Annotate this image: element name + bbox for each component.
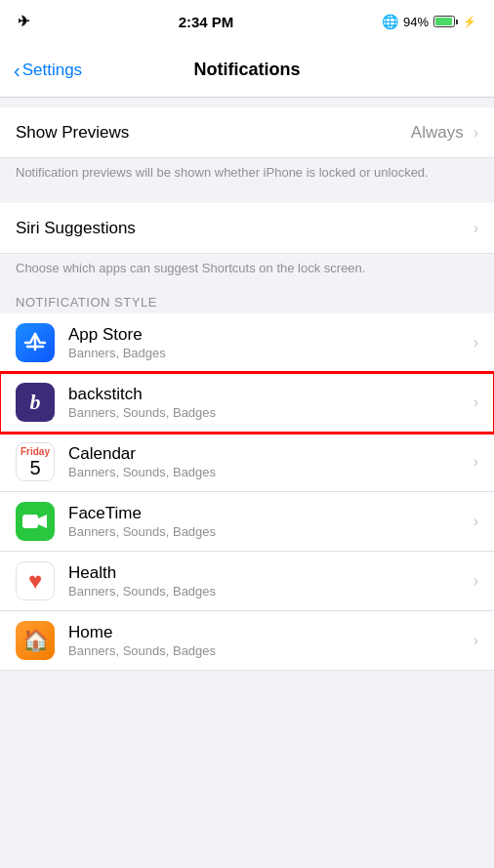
app-list-item[interactable]: App StoreBanners, Badges› xyxy=(0,313,494,373)
app-subtitle: Banners, Sounds, Badges xyxy=(68,465,470,479)
app-subtitle: Banners, Sounds, Badges xyxy=(68,643,470,658)
backstitch-icon: b xyxy=(16,383,55,422)
back-label: Settings xyxy=(22,61,82,80)
app-name: Calendar xyxy=(68,444,470,464)
show-previews-row[interactable]: Show Previews Always › xyxy=(0,107,494,158)
status-right: 🌐 94% ⚡ xyxy=(382,14,476,29)
app-subtitle: Banners, Sounds, Badges xyxy=(68,584,470,599)
app-info: FaceTimeBanners, Sounds, Badges xyxy=(68,504,470,539)
app-subtitle: Banners, Sounds, Badges xyxy=(68,405,470,420)
app-info: CalendarBanners, Sounds, Badges xyxy=(68,444,470,479)
app-subtitle: Banners, Badges xyxy=(68,346,470,360)
chevron-right-icon: › xyxy=(473,572,478,590)
home-icon: 🏠 xyxy=(16,621,55,660)
chevron-right-icon: › xyxy=(473,124,478,142)
siri-suggestions-text: Siri Suggestions xyxy=(16,219,470,238)
app-info: App StoreBanners, Badges xyxy=(68,325,470,360)
app-name: Health xyxy=(68,563,470,583)
facetime-icon xyxy=(16,502,55,541)
page-title: Notifications xyxy=(193,60,300,80)
navigation-bar: ‹ Settings Notifications xyxy=(0,43,494,98)
section-gap-top xyxy=(0,98,494,107)
gap1 xyxy=(0,193,494,203)
app-name: FaceTime xyxy=(68,504,470,523)
app-info: backstitchBanners, Sounds, Badges xyxy=(68,385,470,420)
appstore-icon xyxy=(16,323,55,362)
app-info: HealthBanners, Sounds, Badges xyxy=(68,563,470,599)
siri-suggestions-label: Siri Suggestions xyxy=(16,219,136,237)
app-list-item[interactable]: 🏠HomeBanners, Sounds, Badges› xyxy=(0,611,494,671)
status-time: 2:34 PM xyxy=(179,14,234,30)
show-previews-text: Show Previews xyxy=(16,123,411,143)
app-list-item[interactable]: Friday5CalendarBanners, Sounds, Badges› xyxy=(0,433,494,492)
health-icon: ♥ xyxy=(16,561,55,600)
back-arrow-icon: ‹ xyxy=(14,61,21,80)
siri-chevron-icon: › xyxy=(473,220,478,237)
app-name: backstitch xyxy=(68,385,470,404)
app-list-item[interactable]: ♥HealthBanners, Sounds, Badges› xyxy=(0,552,494,611)
svg-rect-0 xyxy=(22,515,38,528)
show-previews-label: Show Previews xyxy=(16,123,129,142)
siri-description: Choose which apps can suggest Shortcuts … xyxy=(0,254,494,289)
app-list-item[interactable]: FaceTimeBanners, Sounds, Badges› xyxy=(0,492,494,552)
chevron-right-icon: › xyxy=(473,513,478,530)
app-name: App Store xyxy=(68,325,470,345)
globe-icon: 🌐 xyxy=(382,14,398,29)
battery-icon xyxy=(433,16,458,27)
back-button[interactable]: ‹ Settings xyxy=(14,61,82,80)
chevron-right-icon: › xyxy=(473,632,478,649)
notification-style-label: NOTIFICATION STYLE xyxy=(0,289,494,313)
chevron-right-icon: › xyxy=(473,393,478,411)
app-subtitle: Banners, Sounds, Badges xyxy=(68,524,470,539)
chevron-right-icon: › xyxy=(473,334,478,351)
show-previews-description: Notification previews will be shown whet… xyxy=(0,158,494,193)
airplane-mode-icon: ✈ xyxy=(18,13,30,30)
chevron-right-icon: › xyxy=(473,453,478,471)
calendar-icon: Friday5 xyxy=(16,442,55,481)
content-area: Show Previews Always › Notification prev… xyxy=(0,98,494,868)
charging-bolt-icon: ⚡ xyxy=(463,16,476,28)
app-info: HomeBanners, Sounds, Badges xyxy=(68,623,470,658)
app-list: App StoreBanners, Badges›bbackstitchBann… xyxy=(0,313,494,671)
app-list-item[interactable]: bbackstitchBanners, Sounds, Badges› xyxy=(0,373,494,433)
status-bar: ✈ 2:34 PM 🌐 94% ⚡ xyxy=(0,0,494,43)
siri-suggestions-row[interactable]: Siri Suggestions › xyxy=(0,203,494,254)
show-previews-value: Always xyxy=(411,123,464,143)
app-name: Home xyxy=(68,623,470,642)
battery-percent: 94% xyxy=(403,15,429,29)
